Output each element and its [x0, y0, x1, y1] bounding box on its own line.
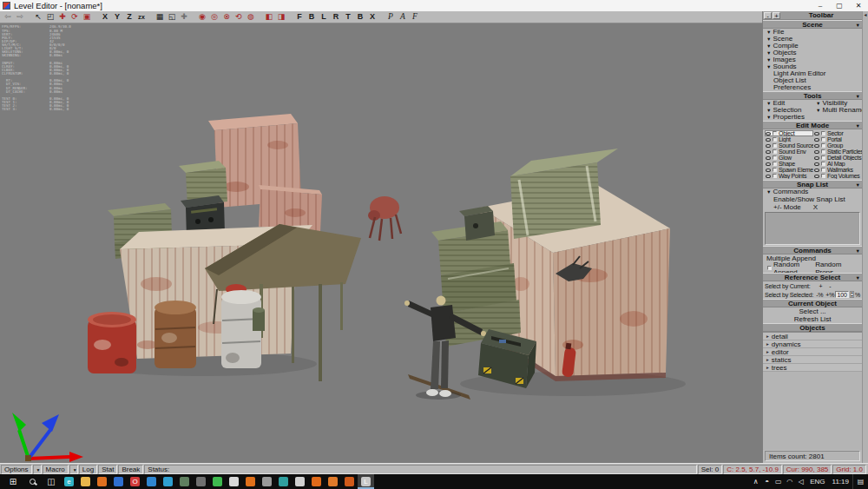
- taskbar-app-button[interactable]: [341, 474, 358, 489]
- minus-percent-button[interactable]: -%: [816, 292, 823, 298]
- edit-mode-checkbox[interactable]: [773, 155, 777, 160]
- notification-center-button[interactable]: ▤: [852, 474, 868, 489]
- refresh-list-button[interactable]: Refresh List: [763, 315, 862, 323]
- toolbar-button[interactable]: L: [318, 11, 330, 23]
- tree-expand-icon[interactable]: ▸: [766, 356, 769, 364]
- toolbar-button[interactable]: ↖: [32, 11, 44, 23]
- collapse-all-button[interactable]: -: [764, 12, 772, 19]
- scene-command-item[interactable]: Preferences: [763, 84, 862, 91]
- maximize-button[interactable]: ▢: [830, 0, 849, 11]
- taskbar-app-button[interactable]: L: [358, 474, 374, 489]
- visibility-eye-icon[interactable]: [766, 150, 771, 154]
- visibility-eye-icon[interactable]: [814, 162, 819, 166]
- edit-mode-checkbox[interactable]: [773, 174, 777, 178]
- tools-menu-item[interactable]: ▼ Multi Rename: [812, 107, 862, 114]
- edit-mode-checkbox[interactable]: [773, 131, 777, 135]
- taskbar-app-button[interactable]: [242, 474, 259, 489]
- taskbar-app-button[interactable]: [160, 474, 176, 489]
- macro-button[interactable]: Macro: [43, 465, 69, 474]
- edit-mode-checkbox[interactable]: [821, 149, 825, 154]
- edit-mode-row[interactable]: Object: [765, 130, 813, 136]
- edit-mode-checkbox[interactable]: [821, 155, 825, 160]
- search-button[interactable]: [23, 474, 42, 489]
- toolbar-button[interactable]: T: [342, 11, 354, 23]
- toolbar-button[interactable]: A: [397, 11, 409, 23]
- toolbar-button[interactable]: ⊗: [220, 11, 233, 23]
- reference-select-section-header[interactable]: Reference Select ▼: [763, 273, 862, 281]
- snap-clear-button[interactable]: X: [813, 203, 818, 211]
- edit-mode-row[interactable]: Sound Env: [765, 149, 813, 155]
- edit-mode-row[interactable]: Wallmarks: [813, 167, 862, 173]
- toolbar-button[interactable]: Z: [123, 11, 135, 23]
- break-button[interactable]: Break: [118, 465, 143, 474]
- toolbar-button[interactable]: zx: [135, 11, 148, 23]
- taskbar-app-button[interactable]: [110, 474, 127, 489]
- visibility-eye-icon[interactable]: [814, 175, 819, 178]
- taskbar-app-button[interactable]: [275, 474, 292, 489]
- edit-mode-row[interactable]: Portal: [813, 136, 862, 142]
- task-view-button[interactable]: ◫: [42, 474, 61, 489]
- visibility-eye-icon[interactable]: [814, 144, 819, 148]
- close-button[interactable]: ✕: [849, 0, 868, 11]
- objects-tree[interactable]: ▸ detail ▸ dynamics ▸ editor: [763, 332, 862, 450]
- start-button[interactable]: ⊞: [3, 474, 23, 489]
- toolbar-button[interactable]: ◎: [208, 11, 220, 23]
- rail-arrow-icon[interactable]: ◄: [864, 12, 868, 17]
- log-button[interactable]: Log: [79, 465, 97, 474]
- toolbar-button[interactable]: ✚: [178, 11, 190, 23]
- edit-mode-row[interactable]: AI Map: [813, 161, 862, 167]
- macro-dropdown[interactable]: ▼: [69, 465, 78, 474]
- stat-button[interactable]: Stat: [98, 465, 117, 474]
- percent-input[interactable]: 100: [835, 291, 848, 298]
- edit-mode-checkbox[interactable]: [821, 143, 825, 148]
- tray-icon[interactable]: ◁: [795, 478, 806, 486]
- edit-mode-checkbox[interactable]: [821, 137, 825, 142]
- visibility-eye-icon[interactable]: [766, 162, 771, 166]
- toolbar-button[interactable]: ◧: [263, 11, 275, 23]
- taskbar-app-button[interactable]: [143, 474, 160, 489]
- toolbar-button[interactable]: ⟳: [69, 11, 81, 23]
- edit-mode-row[interactable]: Sector: [813, 130, 862, 136]
- toolbar-button[interactable]: B: [306, 11, 318, 23]
- options-button[interactable]: Options: [1, 465, 32, 474]
- toolbar-button[interactable]: X: [99, 11, 111, 23]
- toolbar-button[interactable]: X: [366, 11, 378, 23]
- edit-mode-section-header[interactable]: Edit Mode ▼: [763, 121, 862, 129]
- visibility-eye-icon[interactable]: [766, 175, 771, 178]
- plus-percent-button[interactable]: +%: [825, 292, 834, 298]
- expand-all-button[interactable]: +: [773, 12, 780, 19]
- panel-scrollbar[interactable]: ◄: [862, 11, 868, 463]
- taskbar-app-button[interactable]: [308, 474, 325, 489]
- visibility-eye-icon[interactable]: [766, 156, 771, 160]
- options-dropdown[interactable]: ▼: [33, 465, 42, 474]
- visibility-eye-icon[interactable]: [766, 144, 771, 148]
- edit-mode-row[interactable]: Sound Source: [765, 142, 813, 149]
- visibility-eye-icon[interactable]: [814, 156, 819, 160]
- flesh-creature[interactable]: [368, 196, 401, 241]
- toolbar-button[interactable]: F: [293, 11, 306, 23]
- 3d-viewport[interactable]: FPS/RFPS: 246.9/30.0 TPS: 0.00 M VERT: 2…: [0, 23, 762, 463]
- taskbar-app-button[interactable]: [226, 474, 242, 489]
- taskbar-app-button[interactable]: [77, 474, 94, 489]
- toolbar-button[interactable]: ◨: [275, 11, 287, 23]
- minimize-button[interactable]: –: [811, 0, 830, 11]
- toolbar-button[interactable]: ◰: [44, 11, 56, 23]
- green-canister[interactable]: [253, 307, 265, 331]
- snap-mode-button[interactable]: +/- Mode: [773, 203, 801, 211]
- taskbar-app-button[interactable]: e: [61, 474, 77, 489]
- taskbar-app-button[interactable]: [209, 474, 226, 489]
- tray-icon[interactable]: ◓: [761, 478, 773, 486]
- visibility-eye-icon[interactable]: [766, 138, 771, 142]
- objects-section-header[interactable]: Objects: [763, 323, 862, 332]
- visibility-eye-icon[interactable]: [814, 138, 819, 142]
- visibility-eye-icon[interactable]: [766, 132, 771, 135]
- taskbar-app-button[interactable]: [193, 474, 209, 489]
- tree-expand-icon[interactable]: ▸: [766, 348, 769, 356]
- barrel-rusty[interactable]: [155, 301, 196, 368]
- current-object-section-header[interactable]: Current Object: [763, 299, 862, 307]
- taskbar-app-button[interactable]: [259, 474, 275, 489]
- toolbar-button[interactable]: ▣: [81, 11, 93, 23]
- edit-mode-checkbox[interactable]: [821, 168, 825, 172]
- edit-mode-row[interactable]: Fog Volumes: [813, 173, 862, 179]
- edit-mode-checkbox[interactable]: [773, 168, 777, 172]
